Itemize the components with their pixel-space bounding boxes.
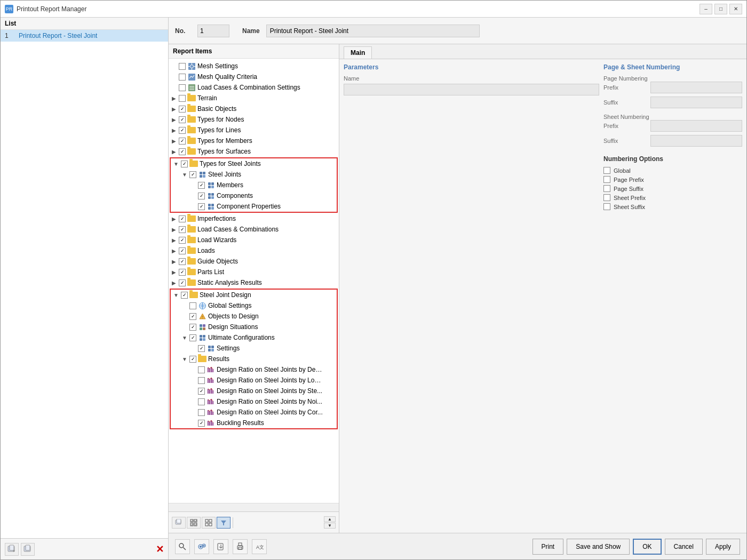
tree-item-imperfections[interactable]: ▶ Imperfections — [169, 213, 339, 224]
tree-item-members[interactable]: Members — [171, 180, 337, 190]
checkbox-dr-ste[interactable] — [198, 388, 205, 395]
checkbox-ultimate-configs[interactable] — [189, 334, 196, 341]
checkbox-types-surfaces[interactable] — [179, 148, 186, 155]
tree-item-guide-objects[interactable]: ▶ Guide Objects — [169, 256, 339, 267]
expand-types-nodes[interactable]: ▶ — [171, 116, 177, 123]
expand-static-analysis[interactable]: ▶ — [171, 279, 177, 286]
checkbox-types-steel-joints[interactable] — [181, 161, 188, 167]
checkbox-members[interactable] — [198, 182, 205, 189]
tree-item-types-steel-joints[interactable]: ▼ Types for Steel Joints — [171, 158, 337, 169]
checkbox-page-prefix-option[interactable] — [603, 176, 610, 183]
no-input[interactable] — [197, 25, 229, 37]
tree-item-load-cases-combos[interactable]: ▶ Load Cases & Combinations — [169, 224, 339, 235]
close-button[interactable]: ✕ — [729, 4, 742, 14]
expand-load-cases-combos[interactable]: ▶ — [171, 226, 177, 233]
checkbox-basic-objects[interactable] — [179, 106, 186, 113]
page-prefix-input[interactable] — [650, 82, 742, 93]
checkbox-load-cases-combination[interactable] — [179, 84, 186, 91]
tab-main[interactable]: Main — [344, 46, 372, 59]
checkbox-mesh-quality[interactable] — [179, 74, 186, 81]
checkbox-load-cases-combos[interactable] — [179, 226, 186, 233]
expand-types-members[interactable]: ▶ — [171, 138, 177, 144]
name-field-input[interactable] — [344, 84, 599, 95]
expand-parts-list[interactable]: ▶ — [171, 269, 177, 275]
tree-item-global-settings[interactable]: Global Settings — [171, 300, 337, 311]
filter-tool-button[interactable] — [194, 539, 209, 554]
save-and-show-button[interactable]: Save and Show — [567, 539, 630, 555]
tree-item-static-analysis[interactable]: ▶ Static Analysis Results — [169, 277, 339, 288]
search-tool-button[interactable] — [175, 539, 190, 554]
tree-item-types-surfaces[interactable]: ▶ Types for Surfaces — [169, 146, 339, 157]
checkbox-guide-objects[interactable] — [179, 258, 186, 265]
tree-item-buckling-results[interactable]: Buckling Results — [171, 418, 337, 428]
checkbox-global-option[interactable] — [603, 167, 610, 174]
checkbox-types-nodes[interactable] — [179, 116, 186, 123]
language-tool-button[interactable]: A文 — [252, 539, 267, 554]
checkbox-mesh-settings[interactable] — [179, 63, 186, 70]
print-tool-button[interactable] — [233, 539, 248, 554]
tree-item-steel-joint-design[interactable]: ▼ Steel Joint Design — [171, 290, 337, 300]
checkbox-static-analysis[interactable] — [179, 279, 186, 286]
expand-load-wizards[interactable]: ▶ — [171, 237, 177, 243]
expand-terrain[interactable]: ▶ — [171, 95, 177, 101]
copy-report-button[interactable] — [21, 543, 35, 556]
tree-item-basic-objects[interactable]: ▶ Basic Objects — [169, 103, 339, 114]
tree-item-load-cases-combination[interactable]: Load Cases & Combination Settings — [169, 82, 339, 93]
tree-item-loads[interactable]: ▶ Loads — [169, 245, 339, 256]
print-button[interactable]: Print — [533, 539, 564, 555]
checkbox-component-properties[interactable] — [198, 203, 205, 210]
checkbox-types-members[interactable] — [179, 138, 186, 145]
checkbox-results[interactable] — [189, 356, 196, 363]
checkbox-page-suffix-option[interactable] — [603, 185, 610, 192]
checkbox-loads[interactable] — [179, 247, 186, 254]
checkbox-sheet-prefix-option[interactable] — [603, 194, 610, 201]
checkbox-buckling-results[interactable] — [198, 420, 205, 427]
expand-steel-joints[interactable]: ▼ — [181, 171, 188, 178]
move-up-button[interactable]: ▲ — [324, 516, 336, 522]
tree-item-components[interactable]: Components — [171, 190, 337, 201]
tree-item-component-properties[interactable]: Component Properties — [171, 201, 337, 212]
tree-item-results[interactable]: ▼ Results — [171, 354, 337, 364]
checkbox-load-wizards[interactable] — [179, 237, 186, 244]
tree-item-settings[interactable]: Settings — [171, 343, 337, 354]
tree-item-dr-cor[interactable]: Design Ratio on Steel Joints by Cor... — [171, 407, 337, 418]
checkbox-imperfections[interactable] — [179, 215, 186, 222]
name-input[interactable] — [266, 25, 480, 37]
tree-item-types-members[interactable]: ▶ Types for Members — [169, 135, 339, 146]
cancel-button[interactable]: Cancel — [665, 539, 703, 555]
checkbox-steel-joint-design[interactable] — [181, 292, 188, 299]
list-item[interactable]: 1 Printout Report - Steel Joint — [1, 30, 168, 42]
tree-item-dr-des[interactable]: Design Ratio on Steel Joints by Des... — [171, 364, 337, 375]
tree-item-design-situations[interactable]: Design Situations — [171, 322, 337, 332]
tree-item-load-wizards[interactable]: ▶ Load Wizards — [169, 235, 339, 245]
expand-types-lines[interactable]: ▶ — [171, 127, 177, 133]
checkbox-settings[interactable] — [198, 345, 205, 352]
checkbox-global-settings[interactable] — [189, 302, 196, 309]
tree-item-types-lines[interactable]: ▶ Types for Lines — [169, 125, 339, 135]
delete-report-button[interactable]: ✕ — [156, 543, 164, 555]
expand-loads[interactable]: ▶ — [171, 247, 177, 254]
checkbox-design-situations[interactable] — [189, 324, 196, 331]
tree-horizontal-scroll[interactable] — [169, 503, 339, 511]
tree-item-parts-list[interactable]: ▶ Parts List — [169, 267, 339, 277]
checkbox-dr-noi[interactable] — [198, 398, 205, 405]
tree-item-objects-to-design[interactable]: Objects to Design — [171, 311, 337, 322]
checkbox-terrain[interactable] — [179, 95, 186, 102]
checkbox-dr-des[interactable] — [198, 366, 205, 373]
tree-item-terrain[interactable]: ▶ Terrain — [169, 93, 339, 103]
tree-check-all-button[interactable] — [187, 517, 201, 529]
expand-types-steel-joints[interactable]: ▼ — [173, 161, 179, 167]
expand-ultimate-configs[interactable]: ▼ — [181, 334, 188, 341]
checkbox-dr-cor[interactable] — [198, 409, 205, 416]
tree-item-mesh-settings[interactable]: Mesh Settings — [169, 61, 339, 71]
expand-results[interactable]: ▼ — [181, 356, 188, 362]
checkbox-objects-to-design[interactable] — [189, 313, 196, 320]
expand-types-surfaces[interactable]: ▶ — [171, 148, 177, 155]
expand-imperfections[interactable]: ▶ — [171, 215, 177, 222]
page-suffix-input[interactable] — [650, 97, 742, 108]
expand-steel-joint-design[interactable]: ▼ — [173, 292, 179, 298]
tree-filter-button[interactable] — [217, 517, 231, 529]
tree-item-dr-noi[interactable]: Design Ratio on Steel Joints by Noi... — [171, 396, 337, 407]
tree-add-button[interactable] — [172, 517, 186, 529]
expand-guide-objects[interactable]: ▶ — [171, 258, 177, 265]
